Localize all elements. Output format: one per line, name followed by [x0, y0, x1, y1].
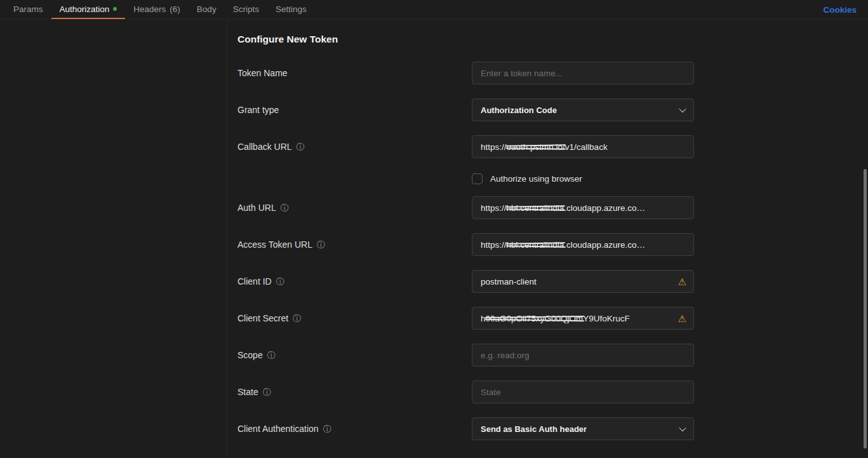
client-secret-suffix: Y9UfoKrucF	[583, 314, 630, 323]
state-row: State ⓘ	[237, 381, 868, 403]
tab-settings[interactable]: Settings	[267, 0, 315, 19]
auth-url-suffix: .cloudapp.azure.co…	[564, 203, 645, 213]
scope-input[interactable]	[472, 344, 694, 367]
cookies-link[interactable]: Cookies	[811, 0, 868, 19]
auth-url-input[interactable]: https://hbl.centralindia.cloudapp.azure.…	[472, 196, 694, 219]
info-icon[interactable]: ⓘ	[276, 278, 284, 286]
grant-type-select[interactable]: Authorization Code	[472, 98, 694, 121]
auth-url-row: Auth URL ⓘ https://hbl.centralindia.clou…	[237, 196, 868, 219]
tab-headers-label: Headers	[133, 4, 166, 14]
callback-url-prefix: https://	[481, 142, 507, 152]
info-icon[interactable]: ⓘ	[317, 241, 325, 249]
client-authentication-row: Client Authentication ⓘ Send as Basic Au…	[237, 417, 868, 440]
client-id-row: Client ID ⓘ postman-client ⚠	[237, 270, 868, 293]
client-secret-label: Client Secret	[237, 313, 288, 323]
info-icon[interactable]: ⓘ	[281, 204, 289, 212]
authorize-browser-label: Authorize using browser	[490, 174, 582, 184]
state-input[interactable]	[472, 381, 694, 403]
access-token-url-prefix: https://	[481, 240, 507, 250]
access-token-url-input[interactable]: https://hbl.centralindia.cloudapp.azure.…	[472, 233, 694, 256]
grant-type-row: Grant type Authorization Code	[237, 98, 868, 121]
scope-label: Scope	[237, 350, 263, 360]
callback-url-row: Callback URL ⓘ https://oauth.pstmn.io/v1…	[237, 135, 868, 158]
callback-url-label: Callback URL	[237, 142, 292, 152]
tab-settings-label: Settings	[276, 4, 307, 14]
tab-body[interactable]: Body	[189, 0, 225, 19]
scrollbar-track[interactable]	[862, 20, 868, 458]
tab-authorization[interactable]: Authorization	[51, 0, 126, 19]
access-token-url-redacted: hbl.centralindia	[507, 240, 564, 250]
chevron-down-icon	[679, 424, 686, 431]
authorize-browser-row: Authorize using browser	[237, 172, 868, 185]
callback-url-input[interactable]: https://oauth.pstmn.io/v1/callback	[472, 135, 694, 158]
client-id-input[interactable]: postman-client ⚠	[472, 270, 694, 293]
state-label: State	[237, 387, 258, 397]
auth-url-label: Auth URL	[237, 203, 276, 213]
scope-row: Scope ⓘ	[237, 344, 868, 367]
tab-scripts[interactable]: Scripts	[225, 0, 267, 19]
scrollbar-thumb[interactable]	[864, 169, 867, 448]
access-token-url-label: Access Token URL	[237, 239, 312, 250]
client-id-label: Client ID	[237, 276, 272, 286]
info-icon[interactable]: ⓘ	[293, 314, 301, 323]
tab-headers[interactable]: Headers (6)	[125, 0, 189, 19]
warning-icon[interactable]: ⚠	[674, 314, 686, 323]
tab-params-label: Params	[13, 4, 43, 14]
tab-authorization-label: Authorization	[60, 4, 110, 14]
info-icon[interactable]: ⓘ	[297, 143, 305, 151]
request-tab-bar: Params Authorization Headers (6) Body Sc…	[0, 0, 868, 20]
chevron-down-icon	[679, 105, 686, 112]
client-id-value: postman-client	[481, 277, 537, 286]
auth-url-prefix: https://	[481, 203, 507, 213]
client-secret-input[interactable]: h00aG0pOii75xyG00QjOmY9UfoKrucF ⚠	[472, 307, 694, 330]
modified-dot-icon	[113, 7, 117, 11]
info-icon[interactable]: ⓘ	[267, 351, 276, 360]
client-secret-row: Client Secret ⓘ h00aG0pOii75xyG00QjOmY9U…	[237, 307, 868, 330]
callback-url-redacted: oauth.pstmn.io/	[507, 142, 565, 152]
token-name-input[interactable]	[472, 62, 694, 84]
grant-type-value: Authorization Code	[481, 105, 557, 115]
client-authentication-select[interactable]: Send as Basic Auth header	[472, 417, 694, 440]
warning-icon[interactable]: ⚠	[674, 277, 686, 286]
tab-body-label: Body	[197, 4, 217, 14]
info-icon[interactable]: ⓘ	[263, 388, 271, 396]
auth-url-redacted: hbl.centralindia	[507, 203, 564, 213]
callback-url-suffix: v1/callback	[565, 142, 608, 152]
panel-divider	[227, 20, 227, 458]
tab-scripts-label: Scripts	[233, 4, 259, 14]
grant-type-label: Grant type	[237, 105, 279, 115]
page-title: Configure New Token	[237, 34, 868, 45]
info-icon[interactable]: ⓘ	[323, 425, 331, 433]
token-name-row: Token Name	[237, 62, 868, 84]
client-authentication-value: Send as Basic Auth header	[481, 424, 587, 434]
token-config-panel: Configure New Token Token Name Grant typ…	[0, 20, 868, 440]
tab-params[interactable]: Params	[5, 0, 51, 19]
client-authentication-label: Client Authentication	[237, 424, 319, 434]
authorize-browser-checkbox[interactable]	[472, 173, 483, 184]
headers-count-badge: (6)	[170, 4, 180, 14]
access-token-url-row: Access Token URL ⓘ https://hbl.centralin…	[237, 233, 868, 256]
token-name-label: Token Name	[237, 68, 288, 78]
client-secret-redacted: 00aG0pOii75xyG00QjOm	[486, 314, 584, 323]
access-token-url-suffix: .cloudapp.azure.co…	[564, 240, 645, 250]
